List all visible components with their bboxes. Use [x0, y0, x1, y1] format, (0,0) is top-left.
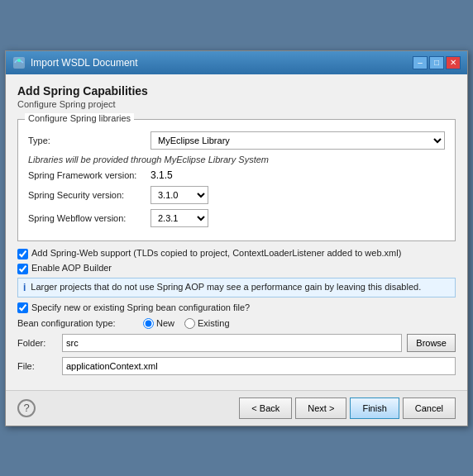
framework-label: Spring Framework version: — [28, 170, 144, 180]
enable-aop-checkbox[interactable] — [17, 264, 28, 274]
title-bar-left: Import WSDL Document — [12, 56, 138, 69]
security-label: Spring Security version: — [28, 190, 144, 200]
radio-group: New Existing — [143, 318, 230, 329]
security-version-select[interactable]: 3.1.03.0.72.0.7 — [150, 186, 208, 204]
enable-aop-label: Enable AOP Builder — [31, 263, 112, 273]
bean-config-checkbox[interactable] — [17, 302, 28, 313]
back-button[interactable]: < Back — [239, 397, 292, 419]
file-label: File: — [17, 361, 57, 371]
bean-config-section: Specify new or existing Spring bean conf… — [17, 302, 456, 375]
minimize-button[interactable]: – — [413, 56, 428, 69]
add-spring-web-row: Add Spring-Web support (TLDs copied to p… — [17, 248, 456, 259]
file-row: File: — [17, 357, 456, 375]
type-row: Type: MyEclipse LibraryUser LibraryAdd J… — [28, 131, 445, 150]
type-label: Type: — [28, 136, 144, 145]
bean-config-check-row: Specify new or existing Spring bean conf… — [17, 302, 456, 313]
bean-type-row: Bean configuration type: New Existing — [17, 318, 456, 329]
aop-info-row: i Larger projects that do not use Spring… — [17, 278, 456, 298]
framework-row: Spring Framework version: 3.1.5 — [28, 169, 445, 181]
new-radio-label[interactable]: New — [143, 318, 174, 329]
maximize-button[interactable]: □ — [429, 56, 444, 69]
add-spring-web-checkbox[interactable] — [17, 249, 28, 259]
library-info: Libraries will be provided through MyEcl… — [28, 155, 445, 164]
add-spring-web-label: Add Spring-Web support (TLDs copied to p… — [31, 248, 401, 258]
group-title: Configure Spring libraries — [25, 113, 134, 123]
group-inner: Type: MyEclipse LibraryUser LibraryAdd J… — [28, 131, 445, 227]
main-content: Add Spring Capabilities Configure Spring… — [6, 74, 467, 390]
bean-type-label: Bean configuration type: — [17, 318, 133, 328]
webflow-row: Spring Webflow version: 2.3.12.2.11.0.6 — [28, 209, 445, 227]
libraries-group: Configure Spring libraries Type: MyEclip… — [17, 119, 456, 241]
existing-radio[interactable] — [184, 318, 195, 329]
existing-radio-label[interactable]: Existing — [184, 318, 230, 329]
webflow-version-select[interactable]: 2.3.12.2.11.0.6 — [150, 209, 208, 227]
title-buttons: – □ ✕ — [413, 56, 461, 69]
window-title: Import WSDL Document — [31, 57, 138, 69]
type-select[interactable]: MyEclipse LibraryUser LibraryAdd JARs — [150, 131, 445, 150]
finish-button[interactable]: Finish — [350, 397, 399, 419]
aop-info-text: Larger projects that do not use Spring A… — [31, 282, 421, 292]
close-button[interactable]: ✕ — [446, 56, 461, 69]
page-title: Add Spring Capabilities — [17, 84, 456, 98]
bottom-bar: ? < Back Next > Finish Cancel — [6, 390, 467, 426]
next-button[interactable]: Next > — [295, 397, 346, 419]
svg-point-1 — [17, 59, 21, 62]
help-button[interactable]: ? — [17, 399, 36, 417]
cancel-button[interactable]: Cancel — [403, 397, 456, 419]
folder-label: Folder: — [17, 338, 57, 348]
info-icon: i — [23, 282, 26, 293]
file-input[interactable] — [62, 357, 456, 375]
new-radio[interactable] — [143, 318, 154, 329]
folder-row: Folder: Browse — [17, 334, 456, 352]
folder-input[interactable] — [62, 334, 402, 352]
browse-button[interactable]: Browse — [407, 334, 456, 352]
title-bar: Import WSDL Document – □ ✕ — [6, 51, 467, 74]
enable-aop-row: Enable AOP Builder — [17, 263, 456, 274]
nav-buttons: < Back Next > Finish Cancel — [239, 397, 456, 419]
main-window: Import WSDL Document – □ ✕ Add Spring Ca… — [5, 50, 468, 426]
framework-version: 3.1.5 — [150, 169, 173, 181]
webflow-label: Spring Webflow version: — [28, 213, 144, 223]
bean-config-label: Specify new or existing Spring bean conf… — [31, 302, 250, 312]
window-icon — [12, 56, 26, 69]
page-subtitle: Configure Spring project — [17, 99, 456, 109]
security-row: Spring Security version: 3.1.03.0.72.0.7 — [28, 186, 445, 204]
